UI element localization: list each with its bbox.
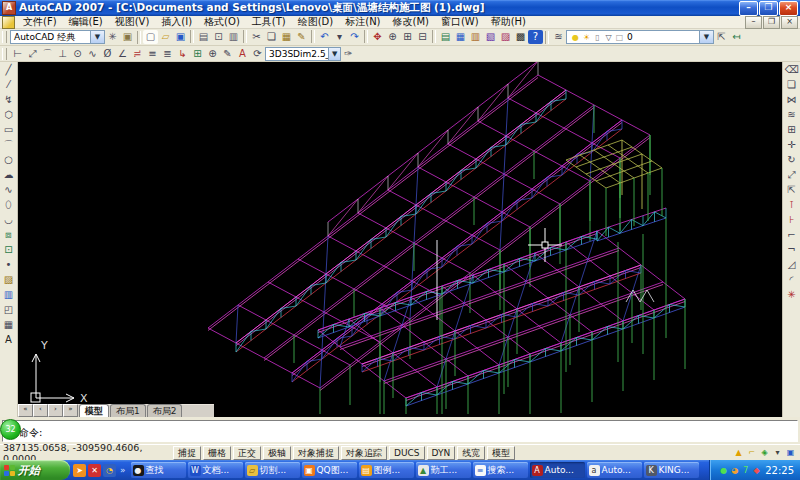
- undo-icon[interactable]: ↶: [317, 30, 332, 44]
- tray-av-icon[interactable]: ◆: [751, 465, 762, 476]
- erase-icon[interactable]: ⌫: [784, 62, 800, 77]
- angular-dimension-icon[interactable]: ∠: [115, 47, 130, 61]
- clean-screen-icon[interactable]: ▣: [784, 447, 797, 458]
- layer-properties-manager-icon[interactable]: ≋: [551, 30, 566, 44]
- menu-item-8[interactable]: 修改(M): [387, 15, 435, 29]
- tray-pinyin-icon[interactable]: 7: [740, 465, 751, 476]
- quicklaunch-media-icon[interactable]: ✕: [88, 464, 101, 477]
- arc-length-dimension-icon[interactable]: ⌒: [40, 47, 55, 61]
- baseline-dimension-icon[interactable]: ≡: [145, 47, 160, 61]
- menu-item-9[interactable]: 窗口(W): [435, 15, 485, 29]
- open-icon[interactable]: ▱: [158, 30, 173, 44]
- zoom-realtime-icon[interactable]: ⊕: [385, 30, 400, 44]
- tab-2[interactable]: 布局2: [147, 404, 183, 417]
- task-button-4[interactable]: ▤图例...: [359, 462, 414, 478]
- task-button-0[interactable]: ●查找: [131, 462, 186, 478]
- region-icon[interactable]: ◰: [1, 302, 17, 317]
- spline-icon[interactable]: ∿: [1, 182, 17, 197]
- ellipse-icon[interactable]: ⬯: [1, 197, 17, 212]
- tray-browser-icon[interactable]: ◕: [729, 465, 740, 476]
- prev-tab-button[interactable]: ‹: [33, 404, 48, 417]
- layer-on-bulb-icon[interactable]: ●: [570, 32, 581, 43]
- dim-style-combo[interactable]: 3D3SDim2.5_2X ▼: [265, 47, 341, 61]
- workspace-save-icon[interactable]: ▣: [120, 30, 135, 44]
- tab-0[interactable]: 模型: [79, 404, 109, 417]
- rotate-icon[interactable]: ↻: [784, 152, 800, 167]
- last-tab-button[interactable]: »: [63, 404, 78, 417]
- circle-icon[interactable]: ○: [1, 152, 17, 167]
- task-button-3[interactable]: ▣QQ图...: [302, 462, 357, 478]
- explode-icon[interactable]: ✳: [784, 287, 800, 302]
- stretch-icon[interactable]: ⇱: [784, 182, 800, 197]
- copy-object-icon[interactable]: ❏: [784, 77, 800, 92]
- toolbar-grip[interactable]: [2, 31, 7, 43]
- overflow-chevron-icon[interactable]: »: [120, 465, 126, 475]
- new-icon[interactable]: ▢: [143, 30, 158, 44]
- layer-plot-icon[interactable]: ▽: [603, 32, 614, 43]
- task-button-1[interactable]: W文档...: [188, 462, 243, 478]
- layer-lock-icon[interactable]: ▯: [592, 32, 603, 43]
- workspace-combo[interactable]: AutoCAD 经典 ▼: [10, 30, 105, 44]
- menu-item-3[interactable]: 插入(I): [155, 15, 198, 29]
- sheet-set-manager-icon[interactable]: ▧: [483, 30, 498, 44]
- quicklaunch-browser-icon[interactable]: ◔: [103, 464, 116, 477]
- zoom-previous-icon[interactable]: ⊟: [415, 30, 430, 44]
- aligned-dimension-icon[interactable]: ⤢: [25, 47, 40, 61]
- radius-dimension-icon[interactable]: ⊙: [70, 47, 85, 61]
- status-toggle-1[interactable]: 栅格: [203, 446, 231, 460]
- hatch-icon[interactable]: ▨: [1, 272, 17, 287]
- make-block-icon[interactable]: ⊡: [1, 242, 17, 257]
- overlay-badge[interactable]: 32: [0, 419, 21, 440]
- command-input[interactable]: 命令:: [2, 420, 798, 442]
- help-icon[interactable]: ?: [528, 30, 543, 44]
- save-icon[interactable]: ▣: [173, 30, 188, 44]
- insert-block-icon[interactable]: ⧈: [1, 227, 17, 242]
- dimension-update-icon[interactable]: ⟳: [250, 47, 265, 61]
- undo-list-icon[interactable]: ▾: [332, 30, 347, 44]
- task-button-5[interactable]: ▲勤工...: [416, 462, 471, 478]
- drawing-canvas[interactable]: XY: [18, 62, 782, 417]
- publish-icon[interactable]: ▥: [226, 30, 241, 44]
- tray-msg-icon[interactable]: ●: [718, 465, 729, 476]
- status-toggle-2[interactable]: 正交: [233, 446, 261, 460]
- menu-item-7[interactable]: 标注(N): [339, 15, 386, 29]
- menu-item-6[interactable]: 绘图(D): [292, 15, 340, 29]
- plot-icon[interactable]: ▤: [196, 30, 211, 44]
- chevron-down-icon[interactable]: ▼: [699, 31, 713, 43]
- chevron-down-icon[interactable]: ▼: [90, 31, 104, 43]
- dimension-text-edit-icon[interactable]: A: [235, 47, 250, 61]
- break-icon[interactable]: ¬: [784, 242, 800, 257]
- multiline-text-icon[interactable]: A: [1, 332, 17, 347]
- ordinate-dimension-icon[interactable]: ⊥: [55, 47, 70, 61]
- mdi-close-button[interactable]: ×: [781, 16, 798, 29]
- first-tab-button[interactable]: «: [18, 404, 33, 417]
- toolbar-unlock-icon[interactable]: ⌐: [745, 447, 758, 458]
- match-properties-icon[interactable]: ✎: [294, 30, 309, 44]
- ellipse-arc-icon[interactable]: ◡: [1, 212, 17, 227]
- point-icon[interactable]: •: [1, 257, 17, 272]
- cut-icon[interactable]: ✂: [249, 30, 264, 44]
- jogged-dimension-icon[interactable]: ∿: [85, 47, 100, 61]
- menu-item-5[interactable]: 工具(T): [246, 15, 292, 29]
- properties-icon[interactable]: ▤: [438, 30, 453, 44]
- mdi-minimize-button[interactable]: –: [745, 16, 762, 29]
- linear-dimension-icon[interactable]: ⊢: [10, 47, 25, 61]
- status-toggle-3[interactable]: 极轴: [263, 446, 291, 460]
- gradient-icon[interactable]: ▥: [1, 287, 17, 302]
- layer-combo[interactable]: ●☀▯▽□ 0 ▼: [566, 30, 714, 44]
- rectangle-icon[interactable]: ▭: [1, 122, 17, 137]
- status-toggle-0[interactable]: 捕捉: [173, 446, 201, 460]
- task-button-7[interactable]: AAuto...: [530, 462, 585, 478]
- status-toggle-6[interactable]: DUCS: [389, 446, 425, 460]
- polyline-icon[interactable]: ↯: [1, 92, 17, 107]
- layer-previous-icon[interactable]: ↤: [729, 30, 744, 44]
- arc-icon[interactable]: ⌒: [1, 137, 17, 152]
- make-object-layer-current-icon[interactable]: ⇱: [714, 30, 729, 44]
- revision-cloud-icon[interactable]: ☁: [1, 167, 17, 182]
- center-mark-icon[interactable]: ⊕: [205, 47, 220, 61]
- layer-color-swatch-icon[interactable]: □: [614, 32, 625, 43]
- chamfer-icon[interactable]: ◿: [784, 257, 800, 272]
- close-button[interactable]: ×: [779, 1, 798, 16]
- zoom-window-icon[interactable]: ⊞: [400, 30, 415, 44]
- menu-item-1[interactable]: 编辑(E): [63, 15, 109, 29]
